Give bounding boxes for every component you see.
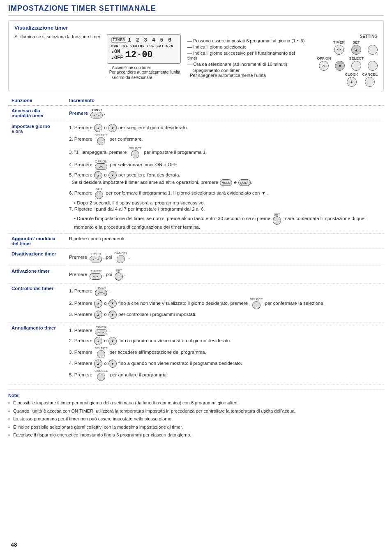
up-btn-ann2[interactable]: ▲ [94,337,102,345]
select-inline-btn-2[interactable] [97,137,105,145]
select-ctrl-label: SELECT [349,56,364,60]
set-inline-btn-6[interactable] [95,191,103,199]
note-item-3: Lo stesso programma per il timer non può… [8,415,384,422]
up-btn-ctrl2[interactable]: ▲ [94,299,102,308]
select-inline-btn-ann3[interactable] [97,350,105,358]
up-btn-5[interactable]: ▲ [94,171,102,179]
table-row: Controllo del timer 1. Premere TIMER . 2… [8,283,384,323]
set-button[interactable]: ▲ [351,45,361,55]
table-row: Annullamento timer 1. Premere TIMER . 2.… [8,323,384,385]
annot-illumina: Si illumina se si seleziona la funzione … [14,34,100,39]
timer-inline-btn-ctrl[interactable] [95,290,107,296]
up-btn-1[interactable]: ▲ [94,124,102,132]
set-inline-btn-att[interactable] [115,272,123,281]
select-inline-btn-3[interactable] [131,150,139,158]
func-desc-ctrl: 1. Premere TIMER . 2. Premere ▲ o ▼ fino… [66,283,384,323]
clock-ctrl-label: CLOCK [345,72,358,77]
down-btn-1[interactable]: ▼ [108,124,117,132]
set-circle-button[interactable] [368,45,378,55]
col-funzione-header: Funzione [8,95,66,106]
timer-inline-btn-att[interactable] [90,273,102,280]
func-desc-attiv: Premere TIMER , poi SET . [66,266,384,283]
note-item-4: È inoltre possibile selezionare giorni c… [8,424,384,431]
func-label-disatt: Disattivazione timer [8,249,66,266]
offon-circle2[interactable]: ▼ [335,61,345,71]
time-display: 12·00 [126,50,153,60]
up-btn-ctrl3[interactable]: ▲ [94,311,102,319]
func-label-annull: Annullamento timer [8,323,66,385]
down-btn-ann2[interactable]: ▼ [108,337,117,345]
quiet-inline-btn[interactable]: QUIET [238,179,251,186]
func-label-ctrl: Controllo del timer [8,283,66,323]
timer-inline-btn-dis[interactable] [90,256,102,262]
viz-timer-title: Visualizzazione timer [14,25,378,31]
table-row: Attivazione timer Premere TIMER , poi SE… [8,266,384,283]
timer-days: MON TUE WEDTHU FRI SAT SUN [111,44,176,48]
note-title: Note: [8,393,384,398]
set-inline-btn-7[interactable] [273,216,281,225]
select-button[interactable] [351,61,361,71]
cancel-inline-btn-ann5[interactable] [97,373,105,381]
select-inline-btn-ctrl2[interactable] [252,301,261,309]
down-btn-ann4[interactable]: ▼ [108,360,117,368]
func-desc-aggiunta: Ripetere i punti precedenti. [66,234,384,249]
cancel-button[interactable] [365,77,375,87]
note-item-5: Favorisce il risparmio energetico impost… [8,432,384,439]
setting-label: SETTING [312,34,378,39]
func-label-attiv: Attivazione timer [8,266,66,283]
annot-indica-successivo: — Indica il giorno successivo per il fun… [187,51,305,60]
page-title: IMPOSTAZIONE TIMER SETTIMANALE [8,4,384,16]
table-row: Impostare giornoe ora 1. Premere ▲ o ▼ p… [8,121,384,234]
down-btn-ctrl2[interactable]: ▼ [108,299,117,308]
table-row: Accesso allamodalità timer Premere TIMER… [8,106,384,121]
offon-button[interactable] [319,61,329,71]
func-desc-disatt: Premere TIMER , poi CANCEL . [66,249,384,266]
timer-inline-btn-ann[interactable] [95,329,107,336]
timer-numbers: 1 2 3 4 5 6 [128,37,172,43]
func-label-accesso: Accesso allamodalità timer [8,106,66,121]
cancel-ctrl-label: CANCEL [362,72,378,77]
down-btn-5[interactable]: ▼ [108,171,117,179]
offon-inline-btn-4[interactable] [95,163,107,170]
controls-panel: SETTING TIMER SET ▲ [312,34,378,87]
note-item-2: Quando l'unità è accesa con ON TIMER, ut… [8,408,384,415]
func-desc-annull: 1. Premere TIMER . 2. Premere ▲ o ▼ fino… [66,323,384,385]
clock-button[interactable]: ● [347,77,357,87]
annot-programmi: — Possono essere impostati 6 programmi a… [187,38,305,43]
note-list: È possibile impostare il timer per ogni … [8,399,384,439]
annot-indica-giorno: — Indica il giorno selezionato [187,44,305,49]
annot-spegnimento: — Spegnimento con timer Per spegnere aut… [187,68,305,78]
timer-badge: TIMER [111,37,126,43]
down-btn-ctrl3[interactable]: ▼ [108,311,117,319]
table-row: Aggiunta / modificadel timer Ripetere i … [8,234,384,249]
annot-giorno: — Giorno da selezionare [107,75,181,80]
select-circle2[interactable] [368,61,378,71]
on-label: ON [114,49,120,55]
offon-ctrl-label: OFF/ON [317,56,331,60]
notes-section: Note: È possibile impostare il timer per… [8,389,384,439]
func-label-impostare: Impostare giornoe ora [8,121,66,234]
func-desc-impostare: 1. Premere ▲ o ▼ per scegliere il giorno… [66,121,384,234]
function-table: Funzione Incremento Accesso allamodalità… [8,95,384,385]
timer-button[interactable] [334,45,344,55]
func-desc-accesso: Premere TIMER . [66,106,384,121]
cancel-inline-btn-dis[interactable] [117,255,125,263]
col-incremento-header: Incremento [66,95,384,106]
page-number: 48 [8,541,20,549]
annot-ora: — Ora da selezionare (ad incrementi di 1… [187,62,305,67]
annot-accensione: — Accensione con timer Per accendere aut… [107,65,181,74]
func-label-aggiunta: Aggiunta / modificadel timer [8,234,66,249]
table-row: Disattivazione timer Premere TIMER , poi… [8,249,384,266]
off-label: OFF [114,55,123,61]
timer-inline-btn[interactable] [90,112,103,118]
mode-inline-btn[interactable]: MODE [220,179,232,186]
set-ctrl-label: SET [353,40,360,44]
up-btn-ann4[interactable]: ▲ [94,360,102,368]
timer-ctrl-label: TIMER [333,40,345,44]
viz-timer-section: Visualizzazione timer Si illumina se si … [8,20,384,91]
note-item-1: È possibile impostare il timer per ogni … [8,399,384,406]
